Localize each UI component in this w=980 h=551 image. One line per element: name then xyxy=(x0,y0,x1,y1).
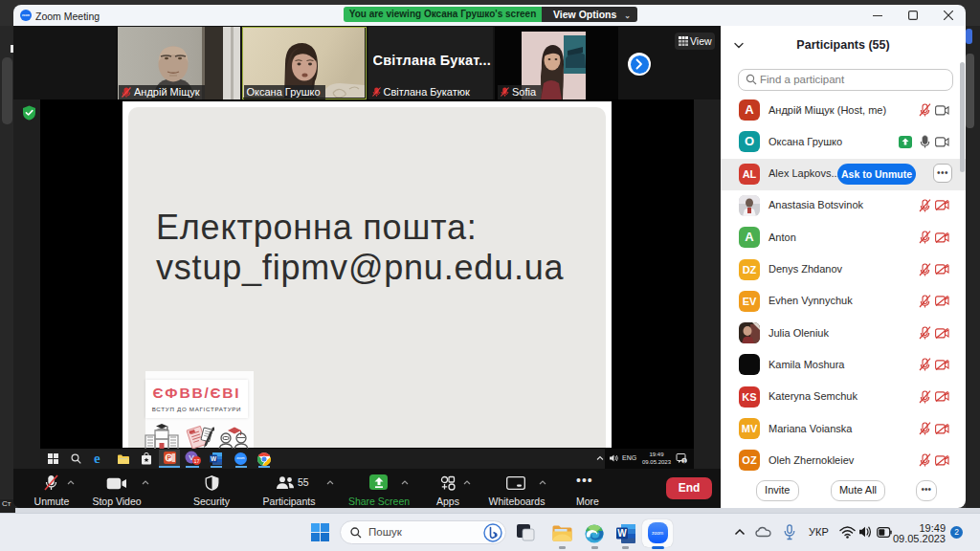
svg-text:W: W xyxy=(617,528,627,539)
svg-text:17: 17 xyxy=(193,458,199,464)
svg-text:1: 1 xyxy=(682,457,685,463)
svg-text:P: P xyxy=(167,454,171,461)
svg-text:W: W xyxy=(211,455,217,462)
